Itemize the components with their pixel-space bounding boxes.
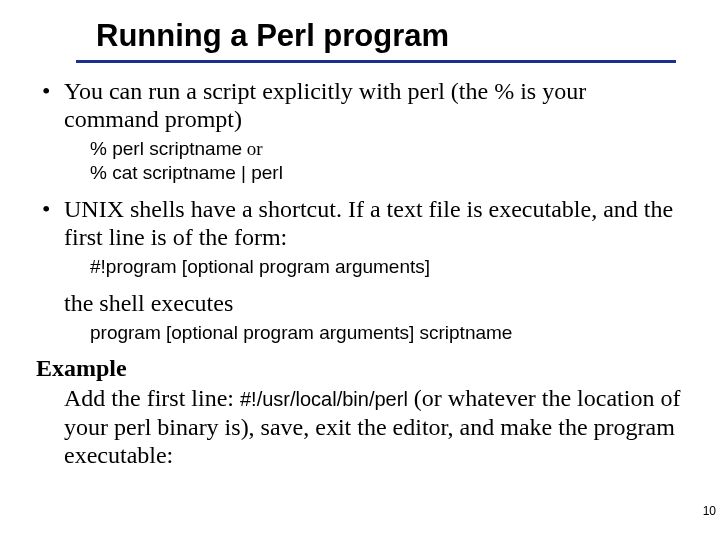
code-or: or xyxy=(242,138,263,159)
code-line: % perl scriptname or xyxy=(90,137,684,161)
code-block: % perl scriptname or % cat scriptname | … xyxy=(90,137,684,185)
example-prefix: Add the first line: xyxy=(64,385,240,411)
bullet-item: • You can run a script explicitly with p… xyxy=(36,77,684,133)
sub-text: the shell executes xyxy=(64,289,684,317)
bullet-dot: • xyxy=(36,77,64,133)
code-line: program [optional program arguments] scr… xyxy=(90,322,512,343)
code-block: #!program [optional program arguments] xyxy=(90,255,684,279)
bullet-dot: • xyxy=(36,195,64,251)
example-code: #!/usr/local/bin/perl xyxy=(240,388,408,410)
example-body: Add the first line: #!/usr/local/bin/per… xyxy=(64,384,684,469)
example-heading: Example xyxy=(36,355,684,382)
bullet-text: You can run a script explicitly with per… xyxy=(64,77,684,133)
slide-title: Running a Perl program xyxy=(96,18,684,54)
bullet-item: • UNIX shells have a shortcut. If a text… xyxy=(36,195,684,251)
code-block: program [optional program arguments] scr… xyxy=(90,321,684,345)
code-cmd: % perl scriptname xyxy=(90,138,242,159)
code-line: #!program [optional program arguments] xyxy=(90,256,430,277)
page-number: 10 xyxy=(703,504,716,518)
slide: Running a Perl program • You can run a s… xyxy=(0,0,720,469)
bullet-text: UNIX shells have a shortcut. If a text f… xyxy=(64,195,684,251)
title-underline xyxy=(76,60,676,63)
code-line: % cat scriptname | perl xyxy=(90,161,684,185)
